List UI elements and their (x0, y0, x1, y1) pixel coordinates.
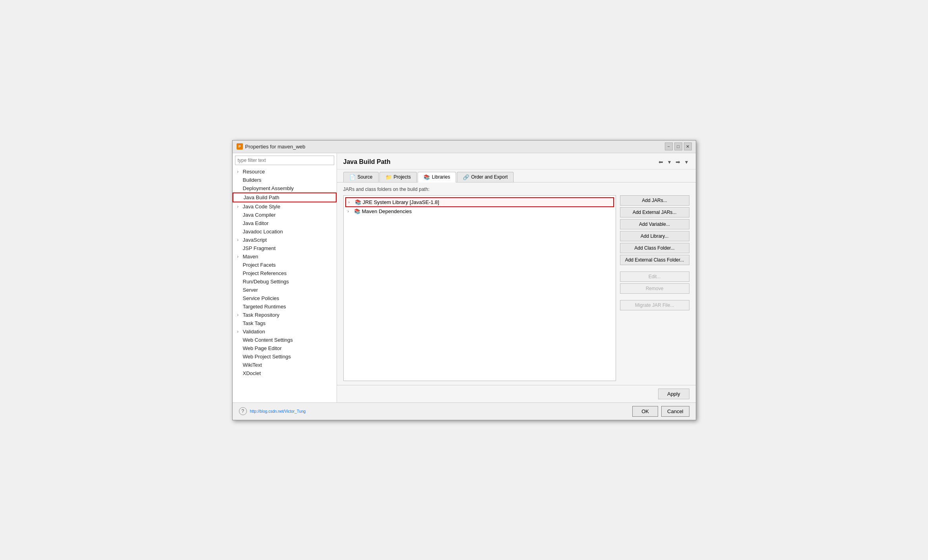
sidebar-item-label: JavaScript (243, 237, 267, 243)
sidebar-item-label: Task Tags (243, 320, 266, 326)
sidebar-item-23[interactable]: WikiText (233, 361, 337, 369)
title-bar-left: P Properties for maven_web (237, 143, 306, 150)
sidebar-item-label: Validation (243, 329, 265, 335)
tree-item-label: Maven Dependencies (362, 208, 412, 214)
sidebar-item-label: Web Page Editor (243, 345, 282, 351)
right-buttons: Add JARs...Add External JARs...Add Varia… (620, 195, 689, 381)
minimize-button[interactable]: − (665, 142, 673, 150)
sidebar-items-list: ›Resource Builders Deployment Assembly J… (233, 167, 337, 402)
sidebar-item-5[interactable]: Java Compiler (233, 211, 337, 219)
window-controls: − □ ✕ (665, 142, 692, 150)
help-button[interactable]: ? (239, 407, 247, 415)
sidebar-item-22[interactable]: Web Project Settings (233, 352, 337, 361)
maximize-button[interactable]: □ (674, 142, 682, 150)
properties-dialog: P Properties for maven_web − □ ✕ ›Resour… (232, 140, 696, 420)
dropdown-button[interactable]: ▾ (666, 158, 672, 166)
sidebar-item-label: Server (243, 287, 258, 293)
tab-label: Order and Export (471, 174, 508, 180)
sidebar-item-13[interactable]: Run/Debug Settings (233, 277, 337, 286)
cancel-button[interactable]: Cancel (661, 406, 689, 417)
tree-item-icon: 📚 (354, 208, 360, 214)
tree-item-icon: 📚 (355, 199, 361, 205)
sidebar-item-label: Java Code Style (243, 204, 281, 210)
title-bar: P Properties for maven_web − □ ✕ (233, 140, 696, 153)
forward-button[interactable]: ➡ (674, 158, 682, 166)
expand-arrow-icon: › (237, 329, 242, 334)
sidebar-item-9[interactable]: JSP Fragment (233, 244, 337, 252)
panel-description: JARs and class folders on the build path… (343, 187, 689, 192)
tab-libraries[interactable]: 📚Libraries (418, 172, 456, 183)
expand-arrow-icon: › (237, 313, 242, 317)
tab-icon-3: 🔗 (463, 174, 469, 180)
expand-arrow-icon: › (237, 254, 242, 259)
apply-button[interactable]: Apply (658, 389, 689, 399)
sidebar-item-3[interactable]: Java Build Path (233, 192, 337, 202)
sidebar-item-20[interactable]: Web Content Settings (233, 336, 337, 344)
content-area: ›Resource Builders Deployment Assembly J… (233, 153, 696, 402)
sidebar-item-18[interactable]: Task Tags (233, 319, 337, 327)
sidebar-item-16[interactable]: Targeted Runtimes (233, 302, 337, 311)
sidebar-item-label: Maven (243, 254, 258, 260)
sidebar-item-0[interactable]: ›Resource (233, 167, 337, 176)
tree-item-0[interactable]: ›📚JRE System Library [JavaSE-1.8] (345, 197, 614, 207)
sidebar-item-label: Run/Debug Settings (243, 279, 289, 285)
sidebar-item-24[interactable]: XDoclet (233, 369, 337, 377)
tab-projects[interactable]: 📁Projects (379, 172, 417, 182)
tabs-bar: 📄Source📁Projects📚Libraries🔗Order and Exp… (337, 169, 696, 183)
tab-label: Source (358, 174, 373, 180)
tab-icon-2: 📚 (424, 174, 430, 180)
sidebar-item-label: Javadoc Location (243, 229, 283, 235)
ok-button[interactable]: OK (632, 406, 658, 417)
sidebar-item-2[interactable]: Deployment Assembly (233, 184, 337, 192)
sidebar-item-label: Service Policies (243, 295, 279, 301)
filter-input[interactable] (235, 156, 334, 165)
sidebar-item-15[interactable]: Service Policies (233, 294, 337, 302)
sidebar-item-19[interactable]: ›Validation (233, 327, 337, 336)
panel-title: Java Build Path (343, 158, 391, 165)
sidebar-item-6[interactable]: Java Editor (233, 219, 337, 227)
expand-arrow-icon: › (237, 238, 242, 242)
tree-item-1[interactable]: ›📚Maven Dependencies (345, 207, 614, 216)
sidebar-item-17[interactable]: ›Task Repository (233, 311, 337, 319)
sidebar-item-label: Deployment Assembly (243, 185, 294, 191)
action-btn-add-external-class-folder-[interactable]: Add External Class Folder... (620, 255, 689, 265)
sidebar-item-label: Project References (243, 270, 287, 276)
sidebar-item-label: WikiText (243, 362, 262, 368)
footer-link: http://blog.csdn.net/Victor_Tung (250, 409, 306, 414)
sidebar-item-4[interactable]: ›Java Code Style (233, 202, 337, 211)
sidebar-item-21[interactable]: Web Page Editor (233, 344, 337, 352)
sidebar-item-7[interactable]: Javadoc Location (233, 227, 337, 236)
sidebar-item-8[interactable]: ›JavaScript (233, 236, 337, 244)
forward-dropdown-button[interactable]: ▾ (683, 158, 689, 166)
sidebar-item-label: Project Facets (243, 262, 276, 268)
action-btn-add-class-folder-[interactable]: Add Class Folder... (620, 243, 689, 253)
footer-right: OK Cancel (632, 406, 689, 417)
action-btn-add-variable-[interactable]: Add Variable... (620, 219, 689, 229)
action-btn-remove: Remove (620, 283, 689, 294)
sidebar-item-1[interactable]: Builders (233, 176, 337, 184)
panel-content: JARs and class folders on the build path… (337, 183, 696, 385)
action-btn-add-library-[interactable]: Add Library... (620, 231, 689, 241)
sidebar-item-label: Resource (243, 169, 265, 175)
tree-expand-icon: › (348, 209, 352, 214)
back-button[interactable]: ⬅ (657, 158, 665, 166)
dialog-icon: P (237, 143, 243, 150)
tab-source[interactable]: 📄Source (343, 172, 379, 182)
button-spacer (620, 295, 689, 298)
action-btn-add-jars-[interactable]: Add JARs... (620, 195, 689, 206)
tree-item-label: JRE System Library [JavaSE-1.8] (363, 199, 439, 205)
action-btn-add-external-jars-[interactable]: Add External JARs... (620, 207, 689, 217)
sidebar-item-label: Java Compiler (243, 212, 276, 218)
sidebar-item-11[interactable]: Project Facets (233, 261, 337, 269)
close-button[interactable]: ✕ (684, 142, 692, 150)
sidebar-item-label: Targeted Runtimes (243, 304, 286, 310)
main-header: Java Build Path ⬅ ▾ ➡ ▾ (337, 153, 696, 169)
sidebar-item-label: Java Build Path (244, 194, 279, 200)
sidebar-item-label: Web Content Settings (243, 337, 293, 343)
sidebar-item-14[interactable]: Server (233, 286, 337, 294)
sidebar: ›Resource Builders Deployment Assembly J… (233, 153, 337, 402)
sidebar-item-12[interactable]: Project References (233, 269, 337, 277)
sidebar-item-10[interactable]: ›Maven (233, 252, 337, 261)
button-spacer (620, 267, 689, 270)
tab-order-and-export[interactable]: 🔗Order and Export (457, 172, 514, 182)
